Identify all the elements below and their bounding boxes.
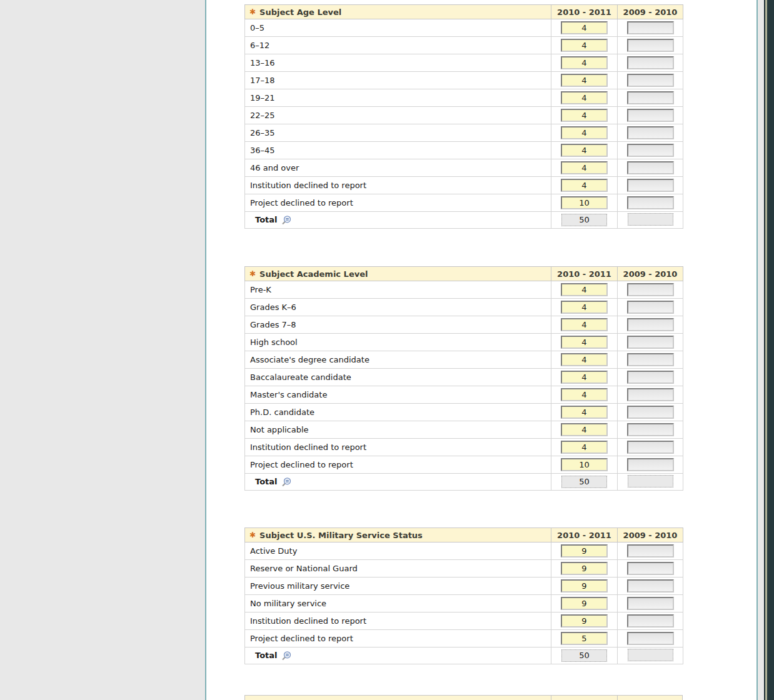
total-value-2010-2011: 50 [561, 649, 607, 662]
row-label: 17–18 [245, 72, 551, 89]
table-header-row: ✱Subject U.S. Military Service Status 20… [245, 528, 683, 542]
count-input-2009-2010-disabled [627, 458, 674, 471]
count-input-2009-2010-disabled [627, 126, 674, 139]
table-row: Active Duty [245, 542, 683, 560]
count-input-2010-2011[interactable] [561, 21, 608, 34]
count-input-2010-2011[interactable] [561, 544, 608, 558]
count-input-2009-2010-disabled [627, 371, 674, 384]
count-input-2009-2010-disabled [627, 353, 674, 366]
table-row: Grades K–6 [245, 299, 683, 316]
prior-year-cell [618, 54, 683, 72]
row-label: Institution declined to report [245, 612, 551, 630]
count-input-2010-2011[interactable] [561, 301, 608, 314]
row-label: No military service [245, 595, 551, 612]
table-row: Project declined to report [245, 194, 683, 212]
current-year-cell [551, 316, 618, 334]
table-row: 0–5 [245, 19, 683, 37]
table-row: Institution declined to report [245, 177, 683, 194]
current-year-cell [551, 194, 618, 212]
prior-year-cell [618, 124, 683, 142]
row-label: Institution declined to report [245, 177, 551, 194]
count-input-2010-2011[interactable] [561, 196, 608, 209]
count-input-2010-2011[interactable] [561, 336, 608, 349]
prior-year-cell [618, 542, 683, 560]
row-label: Project declined to report [245, 194, 551, 212]
count-input-2009-2010-disabled [627, 441, 674, 454]
current-year-cell [551, 124, 618, 142]
zoom-magnifier-icon[interactable] [281, 477, 291, 488]
prior-year-cell [618, 630, 683, 648]
current-year-cell [551, 334, 618, 351]
page: ✱Subject Age Level 2010 - 2011 2009 - 20… [0, 0, 774, 700]
table-row: Associate's degree candidate [245, 351, 683, 369]
rail-dark-strip[interactable] [767, 0, 774, 700]
table-row: Reserve or National Guard [245, 560, 683, 578]
prior-year-cell [618, 194, 683, 212]
row-label: Previous military service [245, 578, 551, 595]
count-input-2010-2011[interactable] [561, 562, 608, 575]
current-year-cell [551, 72, 618, 89]
count-input-2010-2011[interactable] [561, 406, 608, 419]
count-input-2010-2011[interactable] [561, 423, 608, 436]
count-input-2010-2011[interactable] [561, 579, 608, 592]
count-input-2010-2011[interactable] [561, 597, 608, 610]
count-input-2010-2011[interactable] [561, 74, 608, 87]
prior-year-cell [618, 595, 683, 612]
prior-year-cell [618, 612, 683, 630]
table-row: 19–21 [245, 89, 683, 107]
count-input-2010-2011[interactable] [561, 56, 608, 69]
prior-year-cell [618, 281, 683, 299]
count-input-2010-2011[interactable] [561, 126, 608, 139]
total-current-cell: 50 [551, 648, 618, 664]
current-year-cell [551, 612, 618, 630]
count-input-2010-2011[interactable] [561, 91, 608, 104]
current-year-cell [551, 630, 618, 648]
total-value-2009-2010 [628, 649, 673, 661]
table-header-row: ✱Subject Age Level 2010 - 2011 2009 - 20… [245, 5, 683, 19]
count-input-2010-2011[interactable] [561, 632, 608, 645]
count-input-2010-2011[interactable] [561, 614, 608, 628]
count-input-2009-2010-disabled [627, 283, 674, 296]
count-input-2009-2010-disabled [627, 423, 674, 436]
count-input-2010-2011[interactable] [561, 39, 608, 52]
prior-year-cell [618, 19, 683, 37]
column-header-current-year: 2010 - 2011 [551, 267, 618, 281]
column-header-prior-year: 2009 - 2010 [618, 5, 683, 19]
table-row: High school [245, 334, 683, 351]
count-input-2010-2011[interactable] [561, 441, 608, 454]
count-input-2010-2011[interactable] [561, 109, 608, 122]
required-icon: ✱ [249, 269, 256, 278]
current-year-cell [551, 299, 618, 316]
count-input-2010-2011[interactable] [561, 318, 608, 331]
count-input-2009-2010-disabled [627, 91, 674, 104]
column-divider [551, 696, 551, 700]
total-row: Total 50 [245, 212, 683, 229]
table-subject-military-service-status: ✱Subject U.S. Military Service Status 20… [244, 528, 683, 664]
count-input-2010-2011[interactable] [561, 458, 608, 471]
count-input-2010-2011[interactable] [561, 353, 608, 366]
right-scroll-rail [756, 0, 774, 700]
count-input-2010-2011[interactable] [561, 144, 608, 157]
prior-year-cell [618, 386, 683, 404]
count-input-2010-2011[interactable] [561, 179, 608, 192]
zoom-magnifier-icon[interactable] [281, 651, 291, 661]
count-input-2009-2010-disabled [627, 388, 674, 401]
count-input-2010-2011[interactable] [561, 388, 608, 401]
table-row: Previous military service [245, 578, 683, 595]
row-label: Institution declined to report [245, 439, 551, 456]
count-input-2010-2011[interactable] [561, 283, 608, 296]
zoom-magnifier-icon[interactable] [281, 215, 291, 226]
row-label: 6–12 [245, 37, 551, 54]
prior-year-cell [618, 334, 683, 351]
table-row: Baccalaureate candidate [245, 369, 683, 386]
table-row: No military service [245, 595, 683, 612]
current-year-cell [551, 578, 618, 595]
current-year-cell [551, 54, 618, 72]
count-input-2010-2011[interactable] [561, 161, 608, 174]
table-row: Pre-K [245, 281, 683, 299]
count-input-2010-2011[interactable] [561, 371, 608, 384]
total-row: Total 50 [245, 474, 683, 491]
table-title-cell: ✱Subject U.S. Military Service Status [245, 528, 551, 542]
column-divider [617, 696, 618, 700]
table-subject-age-level: ✱Subject Age Level 2010 - 2011 2009 - 20… [244, 4, 683, 229]
